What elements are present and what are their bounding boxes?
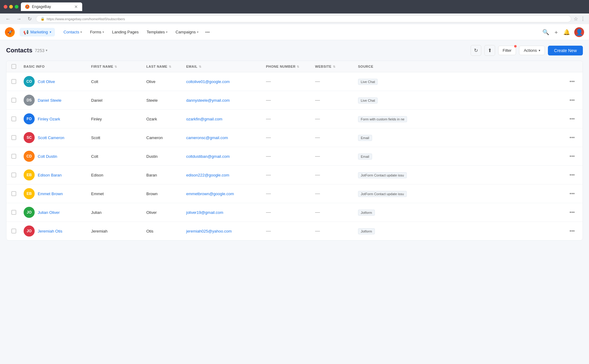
nav-item-campaigns[interactable]: Campaigns ▾ — [172, 28, 202, 36]
source-badge: Email — [358, 135, 372, 141]
col-header-source: SOURCE — [358, 65, 567, 68]
contact-name-link[interactable]: Scott Cameron — [38, 135, 64, 140]
row-checkbox[interactable] — [11, 154, 24, 159]
select-all-checkbox[interactable] — [11, 64, 24, 69]
nav-item-landing-pages[interactable]: Landing Pages — [108, 28, 142, 36]
nav-landing-pages-label: Landing Pages — [112, 30, 139, 34]
row-more-button[interactable]: ••• — [567, 171, 578, 179]
bookmark-icon[interactable]: ☆ — [574, 16, 578, 22]
table-row: EB Emmet Brown Emmet Brown emmetbrown@go… — [6, 184, 583, 203]
source-badge: Jotform — [358, 210, 375, 216]
minimize-window-button[interactable] — [9, 5, 13, 9]
import-button[interactable]: ⬆ — [484, 45, 495, 56]
contacts-chevron-icon: ▾ — [80, 30, 82, 34]
nav-item-forms[interactable]: Forms ▾ — [86, 28, 108, 36]
filter-button[interactable]: Filter — [498, 46, 516, 55]
refresh-contacts-button[interactable]: ↻ — [471, 45, 481, 56]
avatar[interactable]: 👤 — [574, 27, 584, 37]
close-tab-button[interactable]: ✕ — [74, 4, 78, 9]
contact-name-link[interactable]: Finley Ozark — [38, 117, 60, 121]
website-cell: — — [315, 135, 358, 140]
close-window-button[interactable] — [4, 5, 7, 9]
contact-name-link[interactable]: Emmet Brown — [38, 191, 63, 196]
email-cell[interactable]: coltdustiban@gmail.com — [186, 154, 266, 159]
marketing-menu-button[interactable]: 📢 Marketing ▾ — [20, 28, 55, 36]
nav-item-templates[interactable]: Templates ▾ — [143, 28, 171, 36]
email-cell[interactable]: dannysteele@ymail.com — [186, 98, 266, 103]
row-more-button[interactable]: ••• — [567, 208, 578, 216]
contact-name-link[interactable]: Daniel Steele — [38, 98, 61, 103]
row-checkbox[interactable] — [11, 135, 24, 140]
contact-avatar: CO — [24, 76, 35, 87]
search-icon[interactable]: 🔍 — [542, 29, 549, 36]
first-name-cell: Emmet — [91, 191, 146, 196]
address-bar[interactable]: 🔒 https://www.engagebay.com/home#list/0/… — [36, 15, 571, 22]
first-name-cell: Julian — [91, 210, 146, 215]
contact-name-link[interactable]: Colt Dustin — [38, 154, 57, 159]
create-new-button[interactable]: Create New — [548, 46, 583, 55]
contact-name-link[interactable]: Colt Olive — [38, 79, 55, 84]
marketing-chevron-icon: ▾ — [50, 30, 51, 34]
row-more-button[interactable]: ••• — [567, 115, 578, 123]
page-title: Contacts 7253 ▾ — [6, 47, 48, 54]
row-more-button[interactable]: ••• — [567, 227, 578, 235]
forward-button[interactable]: → — [15, 16, 23, 22]
browser-tab[interactable]: 🚀 EngageBay ✕ — [21, 2, 82, 11]
row-checkbox[interactable] — [11, 173, 24, 177]
row-checkbox[interactable] — [11, 116, 24, 121]
email-cell[interactable]: jeremiah025@yahoo.com — [186, 229, 266, 233]
row-more-button[interactable]: ••• — [567, 134, 578, 142]
col-header-phone[interactable]: PHONE NUMBER ⇅ — [266, 65, 315, 68]
email-cell[interactable]: ozarkfin@gmail.com — [186, 117, 266, 121]
contact-count[interactable]: 7253 ▾ — [35, 48, 48, 53]
actions-button[interactable]: Actions ▾ — [519, 46, 545, 55]
source-cell: JotForm Contact update issu — [358, 173, 567, 177]
col-header-last-name[interactable]: LAST NAME ⇅ — [146, 65, 186, 68]
contact-name-link[interactable]: Julian Oliver — [38, 210, 60, 215]
table-row: EB Edison Baran Edison Baran edison222@g… — [6, 166, 583, 184]
contact-name-link[interactable]: Edison Baran — [38, 173, 62, 177]
back-button[interactable]: ← — [4, 16, 12, 22]
notifications-icon[interactable]: 🔔 — [563, 29, 570, 36]
col-header-first-name[interactable]: FIRST NAME ⇅ — [91, 65, 146, 68]
contact-name-link[interactable]: Jeremiah Otis — [38, 229, 62, 233]
col-header-website[interactable]: WEBSITE ⇅ — [315, 65, 358, 68]
source-cell: Live Chat — [358, 79, 567, 84]
col-header-email[interactable]: EMAIL ⇅ — [186, 65, 266, 68]
row-more-button[interactable]: ••• — [567, 152, 578, 160]
email-cell[interactable]: emmetbrown@google.com — [186, 191, 266, 196]
nav-contacts-label: Contacts — [64, 30, 79, 34]
app-logo[interactable]: 🚀 — [5, 27, 15, 37]
email-cell[interactable]: joliver19@gmail.com — [186, 210, 266, 215]
contact-info-cell: CD Colt Dustin — [24, 151, 91, 162]
email-cell[interactable]: coltolive01@google.com — [186, 79, 266, 84]
phone-cell: — — [266, 116, 315, 122]
row-more-button[interactable]: ••• — [567, 190, 578, 198]
row-checkbox[interactable] — [11, 98, 24, 103]
row-more-button[interactable]: ••• — [567, 96, 578, 104]
last-name-cell: Ozark — [146, 117, 186, 121]
nav-more-button[interactable]: ••• — [203, 28, 212, 36]
last-name-cell: Otis — [146, 229, 186, 233]
maximize-window-button[interactable] — [15, 5, 18, 9]
last-name-cell: Oliver — [146, 210, 186, 215]
table-row: CO Colt Olive Colt Olive coltolive01@goo… — [6, 72, 583, 91]
email-cell[interactable]: edison222@google.com — [186, 173, 266, 177]
source-badge: Form with custom fields in ne — [358, 116, 407, 122]
phone-cell: — — [266, 154, 315, 159]
marketing-label: Marketing — [30, 30, 48, 34]
browser-menu-icon[interactable]: ⋮ — [580, 16, 585, 22]
nav-item-contacts[interactable]: Contacts ▾ — [60, 28, 86, 36]
first-name-cell: Daniel — [91, 98, 146, 103]
marketing-icon: 📢 — [23, 30, 29, 35]
campaigns-chevron-icon: ▾ — [197, 30, 198, 34]
row-more-button[interactable]: ••• — [567, 78, 578, 85]
row-checkbox[interactable] — [11, 229, 24, 233]
row-checkbox[interactable] — [11, 79, 24, 84]
email-cell[interactable]: cameronsc@gmail.com — [186, 135, 266, 140]
row-checkbox[interactable] — [11, 191, 24, 196]
row-checkbox[interactable] — [11, 210, 24, 215]
page-content: Contacts 7253 ▾ ↻ ⬆ Filter Actions ▾ Cre… — [0, 40, 589, 245]
refresh-button[interactable]: ↻ — [26, 15, 33, 22]
add-icon[interactable]: ＋ — [553, 28, 559, 36]
